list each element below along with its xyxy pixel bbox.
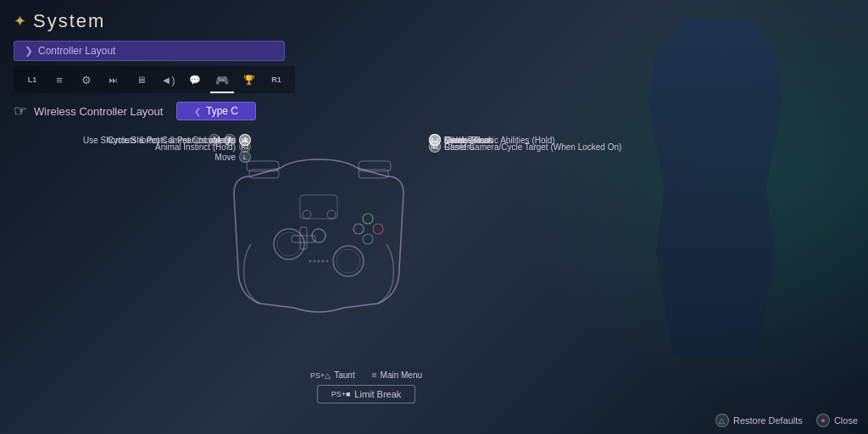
animal-instinct-text: Animal Instinct (Hold)	[155, 142, 236, 152]
svg-point-7	[337, 249, 360, 273]
tab-trophy[interactable]: 🏆	[237, 70, 261, 90]
taunt-item: PS+△ Taunt	[310, 370, 355, 380]
svg-point-22	[326, 260, 329, 263]
close-label: Close	[834, 415, 858, 426]
svg-point-11	[373, 224, 383, 234]
taunt-label: Taunt	[334, 370, 354, 380]
svg-point-18	[309, 260, 312, 263]
layout-bar-label: Controller Layout	[38, 45, 115, 57]
controller-svg-container	[225, 125, 412, 346]
taunt-icon: PS+△	[310, 371, 331, 380]
bottom-buttons: PS+△ Taunt ≡ Main Menu PS+■ Limit Break	[310, 370, 422, 403]
menu-item: ≡ Main Menu	[372, 370, 422, 380]
svg-point-13	[363, 234, 373, 244]
wireless-setting-label: Wireless Controller Layout	[34, 105, 170, 118]
controller-diagram: Lock On L1 Magic L2 Use Shortcuts & Pet …	[22, 134, 573, 363]
setting-value-text: Type C	[206, 105, 238, 117]
bottom-bar: △ Restore Defaults ● Close	[715, 414, 858, 427]
controller-svg	[225, 125, 412, 329]
limit-break-icon: PS+■	[331, 390, 351, 398]
tab-list[interactable]: ≡	[47, 70, 71, 90]
menu-label: Main Menu	[381, 370, 422, 380]
close-action[interactable]: ● Close	[816, 414, 858, 427]
svg-point-20	[318, 260, 320, 263]
tab-l1[interactable]: L1	[20, 70, 44, 90]
page-title: System	[33, 10, 105, 32]
svg-point-15	[303, 210, 311, 219]
taunt-menu-row: PS+△ Taunt ≡ Main Menu	[310, 370, 422, 380]
tab-gear[interactable]: ⚙	[75, 70, 98, 90]
svg-point-14	[327, 210, 336, 219]
hand-icon: ☞	[14, 102, 27, 120]
svg-rect-17	[300, 195, 337, 219]
tabs-row: L1 ≡ ⚙ ⏭ 🖥 ◄) 💬 🎮 🏆 R1	[14, 66, 295, 93]
reset-camera-text: Reset Camera/Cycle Target (When Locked O…	[444, 142, 621, 152]
limit-break-button[interactable]: PS+■ Limit Break	[317, 385, 416, 403]
content-area: ✦ System ❯ Controller Layout L1 ≡ ⚙ ⏭ 🖥 …	[0, 0, 868, 434]
menu-icon: ≡	[372, 370, 377, 380]
tab-sound[interactable]: ◄)	[156, 70, 180, 90]
controller-setting-row: ☞ Wireless Controller Layout ❮ Type C	[14, 102, 854, 120]
restore-defaults-label: Restore Defaults	[733, 415, 803, 426]
limit-break-label: Limit Break	[354, 389, 401, 399]
label-reset-camera: R3 Reset Camera/Cycle Target (When Locke…	[429, 141, 621, 153]
setting-arrow-left: ❮	[194, 107, 201, 116]
svg-point-10	[363, 214, 373, 224]
close-btn-icon: ●	[816, 414, 830, 427]
system-icon: ✦	[14, 12, 26, 31]
svg-point-6	[333, 246, 364, 276]
svg-point-12	[353, 224, 364, 234]
wireless-setting-value[interactable]: ❮ Type C	[176, 102, 256, 120]
tab-media[interactable]: ⏭	[102, 70, 125, 90]
svg-point-21	[322, 260, 325, 263]
tab-controller[interactable]: 🎮	[210, 70, 234, 90]
controller-layout-bar[interactable]: ❯ Controller Layout	[14, 41, 285, 61]
tab-r1[interactable]: R1	[264, 70, 288, 90]
reset-camera-btn: R3	[429, 141, 441, 153]
header: ✦ System	[14, 10, 854, 32]
restore-defaults-btn-icon: △	[715, 414, 729, 427]
layout-bar-arrow: ❯	[25, 45, 33, 57]
tab-display[interactable]: 🖥	[129, 70, 153, 90]
tab-speech[interactable]: 💬	[183, 70, 207, 90]
svg-point-19	[314, 260, 316, 263]
restore-defaults-action[interactable]: △ Restore Defaults	[715, 414, 803, 427]
